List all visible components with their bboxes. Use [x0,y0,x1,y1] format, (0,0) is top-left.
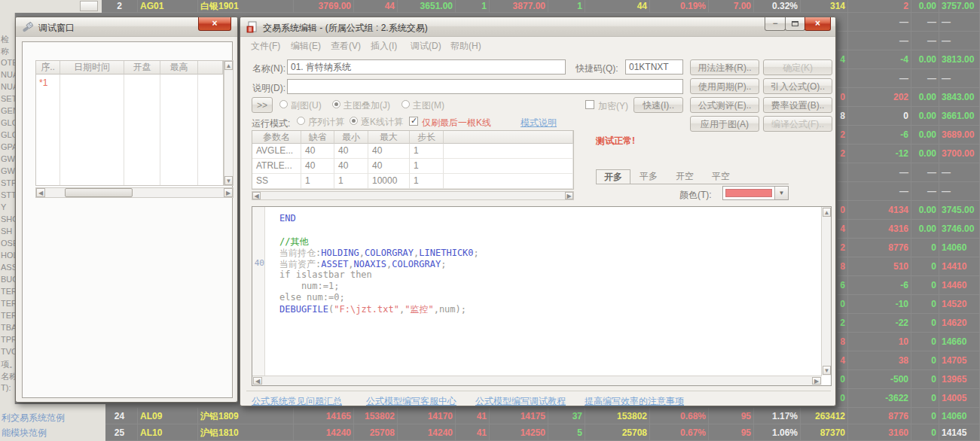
chart-type-radio[interactable] [279,100,288,108]
code-editor[interactable]: ▲ ▼ ◀ ▶ END//其他当前持仓:HOLDING,COLORGRAY,LI… [252,206,832,386]
help-link[interactable]: 公式模型编写调试教程 [475,395,566,408]
function-list-item[interactable]: GLOS [1,130,15,139]
function-list-item[interactable]: TERP [1,299,15,308]
chevron-down-icon[interactable]: ▼ [774,187,788,199]
desc-input[interactable] [287,79,683,94]
function-list-item[interactable]: GWIN [1,166,15,175]
menu-item[interactable]: 查看(V) [331,40,361,53]
param-cell[interactable]: 1 [410,159,444,174]
param-hscrollbar[interactable]: ◀ ▶ [252,191,574,200]
encrypt-checkbox[interactable] [585,100,594,109]
dialog-button-5[interactable]: 费率设置(B).. [763,97,832,113]
code-vscrollbar[interactable]: ▲ ▼ [821,207,831,376]
param-header[interactable]: 最小 [334,131,368,144]
param-header[interactable]: 最大 [368,131,410,144]
function-list-item[interactable]: T): [1,383,15,392]
scroll-right-arrow[interactable]: ▶ [565,192,573,199]
help-link[interactable]: 公式系统常见问题汇总 [252,395,342,408]
mode-help-link[interactable]: 模式说明 [521,117,557,129]
quote-row[interactable]: 0-3622014005 [838,389,980,408]
param-cell[interactable]: SS [252,174,301,189]
quote-row[interactable]: ——— [838,32,980,50]
quote-row[interactable]: 0-500013965 [838,370,980,389]
signal-tab-平空[interactable]: 平空 [704,169,737,184]
param-cell[interactable]: 10000 [368,174,410,189]
function-list-item[interactable]: STTR [1,190,15,199]
menu-item[interactable]: 插入(I) [371,40,397,53]
function-list-item[interactable]: GENT [1,106,15,115]
param-header[interactable]: 缺省 [301,131,334,144]
debug-column-header[interactable]: 开盘 [124,61,160,75]
runmode-radio[interactable] [297,117,305,125]
minimize-button[interactable]: − [765,17,786,31]
scroll-thumb[interactable] [65,188,133,197]
param-cell[interactable]: 40 [368,159,410,174]
debug-vscrollbar[interactable]: ▲ ▼ [224,60,234,186]
param-cell[interactable]: 40 [334,159,368,174]
function-list-item[interactable]: ASSE [1,263,15,272]
quote-row[interactable]: ——— [838,182,980,201]
menu-item[interactable]: 调试(D) [411,40,441,53]
quick-button[interactable]: 快速(I).. [633,97,683,113]
function-list-item[interactable]: TBA [1,323,15,332]
param-cell[interactable] [444,159,573,174]
lastbar-checkbox[interactable] [409,117,418,126]
function-list-item[interactable]: TERV [1,311,15,320]
debug-hscrollbar[interactable]: ◀ ▶ [35,187,234,198]
quote-row[interactable]: 8510014410 [838,257,980,276]
quote-row[interactable]: 438014705 [838,351,980,370]
quote-row[interactable]: 810014660 [838,333,980,351]
scroll-left-arrow[interactable]: ◀ [252,192,261,199]
function-list-item[interactable]: TERB [1,287,15,296]
scroll-up-arrow[interactable]: ▲ [823,208,831,217]
menu-item[interactable]: 帮助(H) [450,40,481,53]
signal-tab-开空[interactable]: 开空 [668,169,701,184]
dialog-close-button[interactable]: × [804,17,831,31]
debug-column-header[interactable]: 日期时间 [60,61,124,75]
quote-row[interactable]: 02020.003843.00 [838,88,980,107]
quote-row[interactable]: 2-120.003700.00 [838,144,980,163]
quote-row[interactable]: 2-22014620 [838,314,980,333]
function-list-item[interactable]: GLOS [1,118,15,127]
maximize-button[interactable] [785,17,805,31]
menu-item[interactable]: 文件(F) [251,40,280,53]
scroll-right-arrow[interactable]: ▶ [812,377,821,385]
function-list-item[interactable]: GWIN [1,154,15,163]
dialog-button-0[interactable]: 用法注释(R).. [690,59,759,75]
formula-tree-item[interactable]: 能模块范例 [2,427,47,439]
formula-tree-item[interactable]: 利交易系统范例 [2,412,65,424]
param-cell[interactable]: 1 [410,144,444,159]
param-cell[interactable]: 1 [410,174,444,189]
function-list-item[interactable]: SHO [1,214,15,224]
toolbar-button[interactable] [80,1,98,11]
shortcut-input[interactable] [625,59,683,75]
function-list-item[interactable]: 检 [1,34,15,45]
signal-tab-平多[interactable]: 平多 [632,169,665,184]
param-cell[interactable]: 40 [301,159,334,174]
quote-row[interactable]: 041340.003745.00 [838,201,980,220]
quote-row[interactable]: 2AG01白银19013769.00443651.0013877.001440.… [0,0,980,13]
color-dropdown[interactable]: ▼ [722,186,789,200]
quote-row[interactable]: 443160.003746.00 [838,220,980,239]
dialog-button-2[interactable]: 使用周期(P).. [690,78,759,94]
signal-tab-开多[interactable]: 开多 [596,169,630,184]
param-cell[interactable] [444,144,573,159]
function-list-item[interactable]: 名称 [1,371,15,382]
dialog-button-4[interactable]: 公式测评(E).. [690,97,759,113]
param-cell[interactable]: ATRLE... [252,159,301,174]
quote-row[interactable]: 0-10014520 [838,295,980,314]
scroll-down-arrow[interactable]: ▼ [823,366,831,375]
param-cell[interactable]: 1 [301,174,334,189]
menu-item[interactable]: 编辑(E) [291,40,321,53]
function-list-item[interactable]: HOL [1,251,15,260]
function-list-item[interactable]: Y [1,202,15,211]
function-list-item[interactable]: TPR [1,335,15,344]
param-cell[interactable] [444,174,573,189]
function-list-item[interactable]: GPAY [1,142,15,151]
help-link[interactable]: 公式模型编写客服中心 [366,395,456,408]
param-cell[interactable]: 40 [301,144,334,159]
quote-row[interactable]: 25AL10沪铝18101424025708142404114250525708… [0,424,980,441]
param-cell[interactable]: 40 [368,144,410,159]
debug-column-header[interactable]: 最高 [160,61,198,75]
function-list-item[interactable]: NUAL [1,70,15,79]
